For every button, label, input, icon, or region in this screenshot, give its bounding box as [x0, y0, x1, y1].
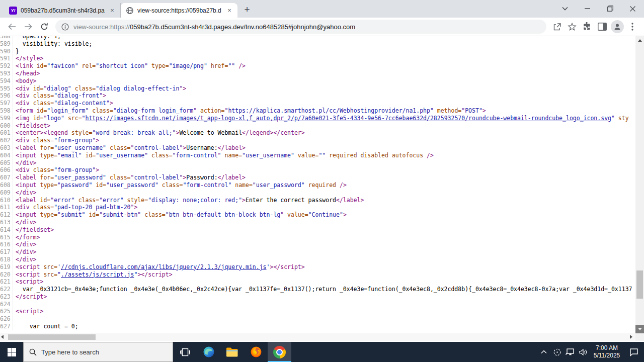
line-number: 616 — [0, 241, 13, 248]
minimize-button[interactable] — [576, 0, 599, 17]
line-number: 627 — [0, 323, 13, 330]
line-number: 614 — [0, 226, 13, 234]
volume-icon[interactable] — [577, 342, 590, 362]
source-link[interactable]: ./assets/js/script.js — [61, 271, 134, 278]
info-icon[interactable] — [61, 23, 69, 31]
source-link[interactable]: //cdnjs.cloudflare.com/ajax/libs/jquery/… — [61, 263, 267, 270]
tab-view-source[interactable]: view-source:https://059ba27b.d × — [121, 3, 237, 18]
source-token: <body> — [16, 77, 37, 84]
back-icon[interactable] — [5, 20, 19, 34]
network-icon[interactable] — [564, 342, 577, 362]
menu-dots-icon[interactable] — [625, 19, 640, 34]
source-token: </script> — [16, 293, 47, 300]
share-icon[interactable] — [549, 19, 565, 34]
tab-title: 059ba27b.d5cum3nt-sh4r3d.pag — [21, 7, 105, 14]
line-number: 589 — [0, 40, 13, 48]
source-token: "user_password" — [106, 182, 158, 189]
source-link[interactable]: https://images.sftcdn.net/images/t_app-l… — [86, 115, 611, 122]
profile-avatar[interactable] — [610, 19, 625, 34]
source-token: id= — [30, 85, 44, 92]
reload-icon[interactable] — [37, 20, 51, 34]
source-line: 603<label for="user_username" class="con… — [0, 144, 635, 152]
source-token: " — [57, 271, 61, 278]
address-bar[interactable]: view-source:https://059ba27b.d5cum3nt-sh… — [55, 20, 546, 34]
close-button[interactable] — [621, 0, 644, 17]
source-token: "display: none;color: red;" — [148, 197, 242, 204]
source-code-text: </fieldset> — [16, 226, 54, 234]
source-token: Welcome to Webmail — [179, 129, 242, 136]
line-number: 594 — [0, 77, 13, 85]
chrome-icon[interactable] — [268, 342, 291, 362]
source-token: <div — [16, 137, 30, 144]
source-line: 589 visibility: visible; — [0, 40, 635, 48]
source-token: "dialog-front" — [54, 92, 103, 99]
source-line: 605</div> — [0, 159, 635, 167]
source-line: 615</form> — [0, 234, 635, 241]
source-token: "dialog-content" — [54, 100, 110, 107]
source-token: style= — [124, 197, 148, 204]
tab-search-chevron-icon[interactable] — [553, 0, 576, 17]
source-token: <div — [16, 204, 30, 211]
file-explorer-icon[interactable] — [220, 342, 244, 362]
source-line: 613</div> — [0, 219, 635, 226]
source-token: ' — [57, 263, 61, 270]
horizontal-scrollbar[interactable] — [0, 333, 635, 341]
tray-circular-arrow-icon[interactable] — [550, 342, 564, 362]
extensions-icon[interactable] — [580, 19, 595, 34]
start-button[interactable] — [0, 342, 23, 362]
tab-phishing-page[interactable]: Y! 059ba27b.d5cum3nt-sh4r3d.pag × — [4, 3, 121, 18]
source-token: class= — [158, 182, 183, 189]
source-token: method= — [434, 107, 461, 114]
source-token: class= — [106, 144, 130, 151]
tray-chevron-up-icon[interactable] — [537, 342, 550, 362]
source-token: src= — [64, 115, 82, 122]
clock-date: 5/11/2025 — [591, 352, 623, 359]
line-number: 618 — [0, 256, 13, 263]
line-number: 590 — [0, 48, 13, 55]
source-line: 591</style> — [0, 55, 635, 62]
action-center-icon[interactable] — [624, 342, 644, 362]
task-view-button[interactable] — [173, 342, 197, 362]
source-token: > — [242, 197, 246, 204]
source-token: "control-label" — [131, 144, 183, 151]
tab-close-icon[interactable]: × — [108, 7, 116, 15]
taskbar-search-box[interactable]: Type here to search — [23, 342, 173, 362]
scroll-left-arrow[interactable] — [1, 335, 4, 339]
bookmark-star-icon[interactable] — [565, 19, 580, 34]
scroll-right-arrow[interactable] — [630, 335, 632, 339]
source-token: class= — [141, 211, 165, 218]
source-token: "user_password" — [54, 174, 106, 181]
firefox-icon[interactable] — [244, 342, 268, 362]
line-number: 621 — [0, 278, 13, 286]
scroll-up-arrow[interactable] — [635, 36, 644, 45]
side-panel-icon[interactable] — [595, 19, 610, 34]
tab-close-icon[interactable]: × — [225, 7, 233, 15]
taskbar-clock[interactable]: 7:00 AM 5/11/2025 — [590, 344, 624, 359]
line-number: 588 — [0, 36, 13, 40]
search-placeholder: Type here to search — [41, 348, 99, 356]
new-tab-button[interactable]: + — [240, 3, 254, 16]
source-token: <fieldset> — [16, 122, 50, 129]
source-token: "control-label" — [131, 174, 183, 181]
source-token: </label> — [336, 197, 364, 204]
vertical-scrollbar-thumb[interactable] — [636, 270, 643, 299]
source-token: "form-control" — [183, 182, 231, 189]
restore-button[interactable] — [599, 0, 621, 17]
vertical-scrollbar[interactable] — [635, 36, 644, 333]
source-line: 594<body> — [0, 77, 635, 85]
forward-icon[interactable] — [21, 20, 35, 34]
edge-icon[interactable] — [197, 342, 220, 362]
source-line: 619<script src='//cdnjs.cloudflare.com/a… — [0, 263, 635, 271]
source-line: 626 — [0, 315, 635, 323]
source-code-text: <label for="user_username" class="contro… — [16, 144, 246, 152]
source-token: /> — [235, 62, 246, 69]
source-token: type= — [37, 211, 58, 218]
search-icon — [29, 348, 37, 356]
line-number: 599 — [0, 115, 13, 122]
source-token: <script — [16, 271, 40, 278]
source-token: id= — [30, 115, 44, 122]
scroll-down-arrow[interactable] — [635, 325, 644, 333]
source-token: <label — [16, 174, 37, 181]
line-number: 592 — [0, 62, 13, 70]
horizontal-scrollbar-thumb[interactable] — [8, 334, 96, 340]
